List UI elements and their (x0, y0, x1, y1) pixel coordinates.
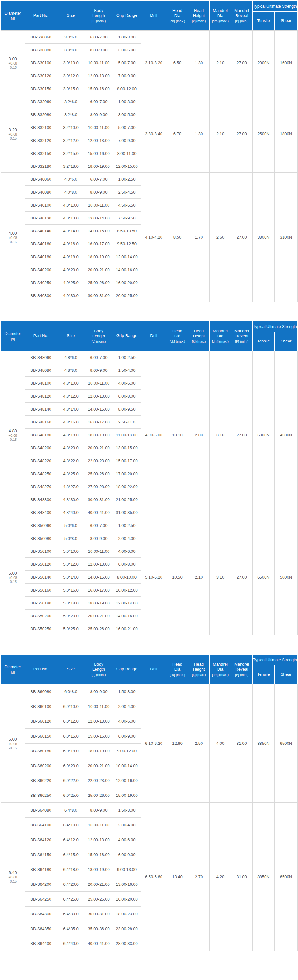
grip-range-cell: 7.00-9.00 (113, 69, 141, 82)
grip-range-cell: 28.00-33.00 (113, 936, 141, 951)
column-header-sub: [dk] (max.) (167, 673, 188, 677)
body-length-cell: 10.00-11.00 (85, 56, 113, 69)
body-length-cell: 16.00-17.00 (85, 415, 113, 428)
size-cell: 4.0*6.0 (57, 173, 85, 186)
part-no-cell: BB-S50080 (25, 532, 57, 545)
body-length-cell: 25.00-26.00 (85, 892, 113, 907)
column-header-label: Part No. (25, 667, 57, 671)
body-length-cell: 20.00-21.00 (85, 441, 113, 454)
part-no-cell: BB-S64150 (25, 847, 57, 862)
body-length-cell: 8.00-9.00 (85, 684, 113, 699)
body-length-cell: 8.00-9.00 (85, 108, 113, 121)
column-header-sub: [dm] (max.) (210, 340, 231, 344)
body-length-cell: 18.00-19.00 (85, 597, 113, 609)
grip-range-cell: 6.00-9.00 (113, 729, 141, 743)
column-header-label: Body Length (85, 8, 113, 19)
diameter-tolerance-minus: -0.15 (1, 880, 25, 883)
grip-range-cell: 4.00-6.00 (113, 545, 141, 558)
size-cell: 6.0*25.0 (57, 788, 85, 803)
body-length-cell: 10.00-11.00 (85, 818, 113, 832)
drill-cell: 6.50-6.60 (141, 803, 167, 951)
grip-range-cell: 12.00-14.00 (113, 250, 141, 263)
grip-range-cell: 1.00-3.00 (113, 95, 141, 108)
column-header-grip-range: Grip Range (113, 321, 141, 351)
diameter-cell: 3.20+0.08-0.15 (1, 95, 25, 173)
size-cell: 6.4*30.0 (57, 907, 85, 921)
column-header-sub: [L] (nom.) (85, 673, 113, 677)
body-length-cell: 8.00-9.00 (85, 186, 113, 199)
grip-range-cell: 12.00-16.00 (113, 773, 141, 788)
column-header-mandrel-dia: Mandrel Dia[dm] (max.) (210, 321, 231, 351)
column-header-drill: Drill (141, 655, 167, 684)
part-no-cell: BB-S64200 (25, 877, 57, 892)
grip-range-cell: 9.50-11.0 (113, 415, 141, 428)
part-no-cell: BB-S64100 (25, 818, 57, 832)
size-cell: 4.8*22.0 (57, 454, 85, 467)
body-length-cell: 18.00-19.00 (85, 160, 113, 173)
part-no-cell: BB-S48300 (25, 493, 57, 506)
size-cell: 4.0*10.0 (57, 199, 85, 212)
part-no-cell: BB-S30120 (25, 69, 57, 82)
size-cell: 5.0*12.0 (57, 558, 85, 571)
grip-range-cell: 15.00-19.00 (113, 788, 141, 803)
grip-range-cell: 16.00-21.00 (113, 622, 141, 635)
part-no-cell: BB-S64180 (25, 862, 57, 877)
table-row: 3.00+0.08-0.15BB-S300603.0*6.06.00-7.001… (1, 30, 298, 43)
shear-cell: 3100N (275, 173, 298, 302)
part-no-cell: BB-S40060 (25, 173, 57, 186)
diameter-value: 3.00 (1, 56, 25, 61)
body-length-cell: 22.00-23.00 (85, 773, 113, 788)
size-cell: 3.2*8.0 (57, 108, 85, 121)
body-length-cell: 14.00-15.00 (85, 224, 113, 237)
head-dia-cell: 13.40 (167, 803, 188, 951)
part-no-cell: BB-S48160 (25, 415, 57, 428)
column-header-label: Mandrel Dia (210, 662, 231, 672)
shear-cell: 6500N (275, 684, 298, 803)
diameter-cell: 6.00+0.08-0.15 (1, 684, 25, 803)
grip-range-cell: 1.00-2.50 (113, 519, 141, 532)
diameter-value: 4.80 (1, 428, 25, 433)
column-header-label: Head Height (188, 662, 209, 672)
diameter-tolerance-minus: -0.15 (1, 137, 25, 140)
column-header-label: Tensile (253, 339, 274, 344)
column-header-drill: Drill (141, 1, 167, 30)
grip-range-cell: 4.50-6.50 (113, 199, 141, 212)
mandrel-reveal-cell: 31.00 (231, 803, 253, 951)
grip-range-cell: 23.00-28.00 (113, 921, 141, 936)
part-no-cell: BB-S50250 (25, 622, 57, 635)
spec-table-section-1: Diameter[d]Part No.SizeBody Length[L] (n… (1, 1, 298, 302)
column-header-typical-ultimate-strength: Typical Ultimate Strength (253, 321, 298, 332)
column-header-label: Drill (141, 333, 166, 338)
column-header-label: Shear (275, 18, 297, 23)
body-length-cell: 12.00-13.00 (85, 134, 113, 147)
size-cell: 6.4*40.0 (57, 936, 85, 951)
column-header-label: Diameter (1, 664, 25, 670)
body-length-cell: 18.00-19.00 (85, 743, 113, 758)
body-length-cell: 40.00-41.00 (85, 506, 113, 519)
grip-range-cell: 1.00-2.50 (113, 351, 141, 364)
size-cell: 6.4*18.0 (57, 862, 85, 877)
grip-range-cell: 12.00-14.00 (113, 597, 141, 609)
tensile-cell: 3800N (253, 173, 275, 302)
part-no-cell: BB-S30100 (25, 56, 57, 69)
part-no-cell: BB-S32060 (25, 95, 57, 108)
column-header-label: Grip Range (113, 333, 141, 338)
column-header-label: Head Dia (167, 662, 188, 672)
column-header-label: Head Height (188, 8, 209, 19)
column-header-sub: [dk] (max.) (167, 19, 188, 23)
size-cell: 3.0*8.0 (57, 43, 85, 56)
body-length-cell: 15.00-16.00 (85, 82, 113, 95)
grip-range-cell: 16.00-20.00 (113, 892, 141, 907)
grip-range-cell: 13.00-15.00 (113, 441, 141, 454)
body-length-cell: 18.00-19.00 (85, 428, 113, 441)
column-header-sub: [P] (min.) (231, 19, 252, 23)
grip-range-cell: 11.00-13.00 (113, 428, 141, 441)
body-length-cell: 10.00-11.00 (85, 699, 113, 714)
grip-range-cell: 10.00-12.00 (113, 584, 141, 597)
diameter-value: 4.00 (1, 231, 25, 235)
grip-range-cell: 9.00-13.00 (113, 862, 141, 877)
part-no-cell: BB-S32150 (25, 147, 57, 160)
column-header-part-no: Part No. (25, 655, 57, 684)
size-cell: 3.0*15.0 (57, 82, 85, 95)
grip-range-cell: 9.00-12.00 (113, 743, 141, 758)
